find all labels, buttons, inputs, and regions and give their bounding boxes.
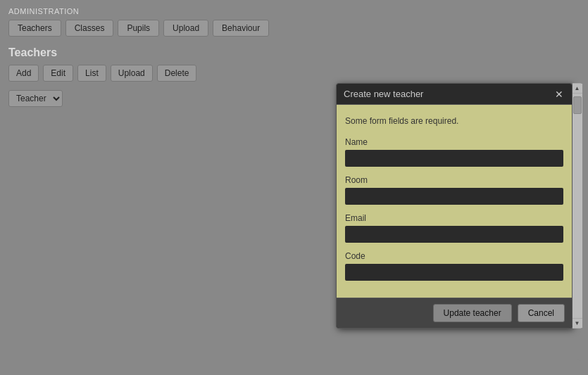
scroll-track xyxy=(573,94,582,318)
nav-buttons: Teachers Classes Pupils Upload Behaviour xyxy=(8,20,580,37)
code-input[interactable] xyxy=(345,264,563,281)
modal-footer: Update teacher Cancel xyxy=(337,298,572,328)
name-input[interactable] xyxy=(345,150,563,167)
modal-title: Create new teacher xyxy=(344,89,423,99)
upload-button[interactable]: Upload xyxy=(111,65,153,82)
edit-button[interactable]: Edit xyxy=(43,65,73,82)
section-title: Teachers xyxy=(8,46,580,59)
scroll-thumb[interactable] xyxy=(573,96,582,114)
scroll-down-arrow[interactable]: ▼ xyxy=(573,318,582,328)
email-label: Email xyxy=(345,213,563,223)
resize-handle[interactable]: ↘ xyxy=(576,355,582,364)
modal-close-button[interactable]: ✕ xyxy=(553,89,565,99)
nav-teachers[interactable]: Teachers xyxy=(8,20,61,37)
modal-scrollbar: ▲ ▼ xyxy=(573,83,582,329)
admin-label: ADMINISTRATION xyxy=(8,7,580,15)
room-label: Room xyxy=(345,175,563,185)
scroll-up-arrow[interactable]: ▲ xyxy=(573,84,582,94)
modal-wrapper: Create new teacher ✕ Some form fields ar… xyxy=(336,83,582,329)
code-label: Code xyxy=(345,251,563,261)
nav-classes[interactable]: Classes xyxy=(65,20,114,37)
admin-section: ADMINISTRATION Teachers Classes Pupils U… xyxy=(0,0,588,41)
email-field-group: Email xyxy=(345,213,563,243)
room-input[interactable] xyxy=(345,188,563,205)
action-buttons: Add Edit List Upload Delete xyxy=(8,65,580,82)
room-field-group: Room xyxy=(345,175,563,205)
list-button[interactable]: List xyxy=(77,65,106,82)
email-input[interactable] xyxy=(345,226,563,243)
nav-behaviour[interactable]: Behaviour xyxy=(213,20,269,37)
modal-body: Some form fields are required. Name Room… xyxy=(337,105,572,298)
validation-message: Some form fields are required. xyxy=(345,113,563,129)
modal-dialog: Create new teacher ✕ Some form fields ar… xyxy=(336,83,573,329)
teacher-select[interactable]: Teacher xyxy=(8,90,63,107)
update-teacher-button[interactable]: Update teacher xyxy=(433,304,512,322)
code-field-group: Code xyxy=(345,251,563,281)
add-button[interactable]: Add xyxy=(8,65,39,82)
cancel-button[interactable]: Cancel xyxy=(518,304,565,322)
nav-pupils[interactable]: Pupils xyxy=(118,20,159,37)
nav-upload[interactable]: Upload xyxy=(163,20,208,37)
name-field-group: Name xyxy=(345,137,563,167)
delete-button[interactable]: Delete xyxy=(157,65,197,82)
name-label: Name xyxy=(345,137,563,147)
modal-header: Create new teacher ✕ xyxy=(337,84,572,105)
